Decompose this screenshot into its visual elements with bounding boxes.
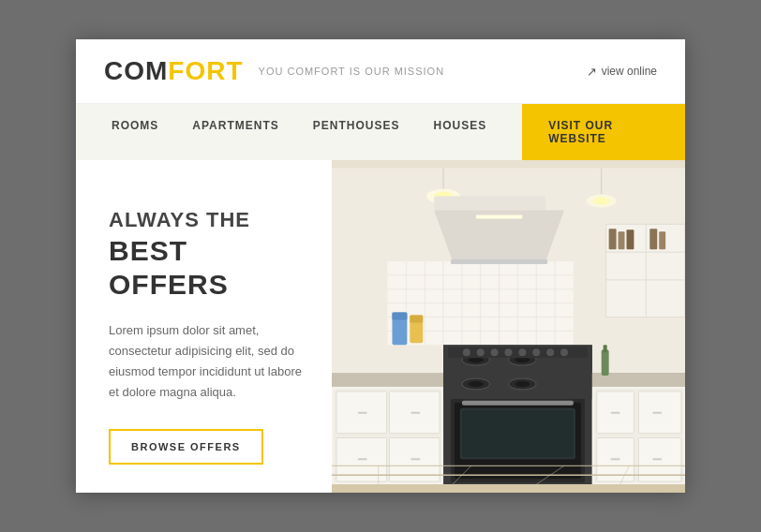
svg-rect-70 bbox=[652, 412, 662, 414]
content-area: ALWAYS THE BEST OFFERS Lorem ipsum dolor… bbox=[76, 160, 332, 493]
header: COMFORT YOU COMFORT IS OUR MISSION ↗ vie… bbox=[76, 39, 685, 104]
svg-rect-72 bbox=[652, 458, 662, 460]
svg-rect-79 bbox=[626, 229, 634, 249]
headline-line1: ALWAYS THE bbox=[109, 207, 304, 234]
svg-point-55 bbox=[477, 348, 485, 356]
svg-rect-85 bbox=[410, 316, 423, 323]
external-link-icon: ↗ bbox=[587, 65, 597, 79]
svg-rect-78 bbox=[619, 231, 625, 249]
svg-rect-43 bbox=[462, 401, 574, 406]
svg-point-54 bbox=[463, 348, 470, 356]
svg-point-52 bbox=[515, 381, 530, 387]
view-online-label: view online bbox=[602, 65, 657, 78]
svg-rect-23 bbox=[434, 197, 545, 211]
browse-offers-button[interactable]: BROWSE OFFERS bbox=[109, 429, 263, 465]
nav-item-rooms[interactable]: ROOMS bbox=[95, 104, 175, 160]
nav-item-apartments[interactable]: APARTMENTS bbox=[175, 104, 295, 160]
logo-area: COMFORT YOU COMFORT IS OUR MISSION bbox=[104, 58, 444, 84]
svg-rect-77 bbox=[609, 229, 617, 249]
nav-item-houses[interactable]: HOUSES bbox=[416, 104, 503, 160]
svg-rect-36 bbox=[358, 458, 367, 460]
svg-point-61 bbox=[560, 348, 568, 356]
svg-rect-80 bbox=[649, 229, 657, 249]
svg-rect-37 bbox=[410, 458, 420, 460]
kitchen-illustration bbox=[332, 160, 685, 493]
email-container: COMFORT YOU COMFORT IS OUR MISSION ↗ vie… bbox=[76, 39, 685, 493]
tagline: YOU COMFORT IS OUR MISSION bbox=[259, 66, 445, 77]
svg-point-57 bbox=[505, 348, 513, 356]
svg-rect-73 bbox=[606, 224, 685, 317]
svg-rect-26 bbox=[476, 214, 523, 218]
svg-point-56 bbox=[491, 348, 499, 356]
svg-point-50 bbox=[469, 381, 484, 387]
main-content: ALWAYS THE BEST OFFERS Lorem ipsum dolor… bbox=[76, 160, 685, 493]
logo-com: COM bbox=[104, 56, 168, 85]
view-online-link[interactable]: ↗ view online bbox=[587, 65, 657, 79]
svg-rect-83 bbox=[392, 313, 407, 320]
body-text: Lorem ipsum dolor sit amet, consectetur … bbox=[109, 320, 304, 403]
nav-items: ROOMS APARTMENTS PENTHOUSES HOUSES bbox=[76, 104, 522, 160]
svg-point-58 bbox=[518, 348, 526, 356]
visit-website-button[interactable]: VISIT OUR WEBSITE bbox=[522, 104, 685, 160]
svg-rect-34 bbox=[358, 412, 367, 414]
svg-rect-25 bbox=[451, 259, 547, 264]
kitchen-image bbox=[332, 160, 685, 493]
svg-rect-87 bbox=[604, 345, 607, 352]
svg-point-59 bbox=[532, 348, 540, 356]
svg-point-6 bbox=[593, 198, 610, 205]
logo: COMFORT bbox=[104, 58, 244, 84]
svg-rect-69 bbox=[611, 412, 620, 414]
headline-line2: BEST OFFERS bbox=[109, 234, 304, 302]
svg-rect-86 bbox=[602, 349, 609, 376]
nav-item-penthouses[interactable]: PENTHOUSES bbox=[296, 104, 417, 160]
svg-rect-88 bbox=[332, 484, 685, 493]
svg-rect-81 bbox=[659, 231, 665, 249]
svg-point-60 bbox=[546, 348, 554, 356]
svg-rect-35 bbox=[410, 412, 420, 414]
navigation: ROOMS APARTMENTS PENTHOUSES HOUSES VISIT… bbox=[76, 104, 685, 160]
svg-rect-42 bbox=[462, 410, 574, 458]
svg-rect-71 bbox=[611, 458, 620, 460]
logo-fort: FORT bbox=[168, 56, 243, 85]
